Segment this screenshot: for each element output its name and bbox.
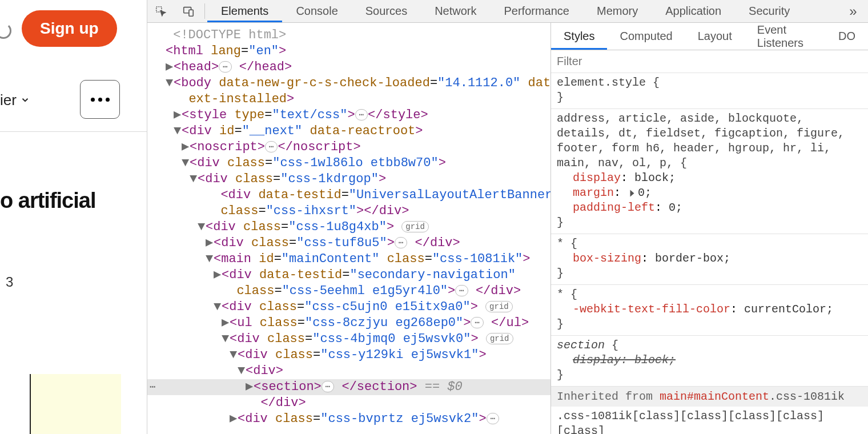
tab-network[interactable]: Network [421,0,490,22]
expand-arrow-icon[interactable]: ▶ [174,107,182,123]
styles-panel: StylesComputedLayoutEvent ListenersDO el… [551,23,868,434]
dom-line[interactable]: class="css-5eehml e1g5yr4l0">⋯ </div> [147,283,550,299]
collapse-arrow-icon[interactable]: ▼ [230,347,238,363]
collapsed-pill[interactable]: grid [401,221,429,232]
expand-arrow-icon[interactable]: ▶ [206,235,214,251]
subtab-computed[interactable]: Computed [607,23,685,50]
tab-security[interactable]: Security [735,0,803,22]
dom-line[interactable]: ▼<div id="__next" data-reactroot> [147,123,550,139]
inherited-from-header: Inherited from main#mainContent.css-1081… [551,387,868,407]
expand-arrow-icon[interactable]: ▶ [214,267,222,283]
expand-arrow-icon[interactable]: ▶ [230,411,238,427]
selected-node-marker: == $0 [417,380,463,394]
dom-line[interactable]: <html lang="en"> [147,43,550,59]
dom-line[interactable]: ▶<div class="css-bvprtz ej5wsvk2">⋯ [147,411,550,427]
dom-line[interactable]: class="css-ihxsrt"></div> [147,203,550,219]
dom-line[interactable]: <div data-testid="UniversalLayoutAlertBa… [147,187,550,203]
collapsed-pill[interactable]: ⋯ [265,141,278,152]
dom-line[interactable]: ▼<div class="css-1u8g4xb"> grid [147,219,550,235]
dropdown-text: ier [0,91,17,109]
css-rule[interactable]: element.style {} [551,73,868,109]
dom-line[interactable]: ▶<head>⋯ </head> [147,59,550,75]
dropdown-fragment[interactable]: ier [0,91,30,109]
expand-arrow-icon[interactable]: ▶ [222,315,230,331]
toggle-device-toolbar-icon[interactable] [175,0,202,22]
signup-button[interactable]: Sign up [22,10,117,47]
chevron-down-icon [20,91,30,109]
dom-line[interactable]: ▶<section>⋯ </section> == $0 [147,379,550,395]
collapse-arrow-icon[interactable]: ▼ [174,123,182,139]
tab-memory[interactable]: Memory [583,0,652,22]
overflow-tabs-icon[interactable]: » [838,0,868,22]
dom-line[interactable]: ▶<style type="text/css">⋯</style> [147,107,550,123]
expand-arrow-icon[interactable]: ▶ [182,139,190,155]
collapse-arrow-icon[interactable]: ▼ [206,251,214,267]
css-rule[interactable]: .css-1081ik[class][class][class][class][… [551,407,868,434]
devtools-top-tabs: ElementsConsoleSourcesNetworkPerformance… [147,0,868,23]
devtools-panel: ElementsConsoleSourcesNetworkPerformance… [147,0,868,434]
collapsed-pill[interactable]: ⋯ [455,285,468,296]
subtab-layout[interactable]: Layout [685,23,745,50]
headline-fragment: o artificial [0,188,96,213]
dom-line[interactable]: ▼<div class="css-1wl86lo etbb8w70"> [147,155,550,171]
collapse-arrow-icon[interactable]: ▼ [214,299,222,315]
collapsed-pill[interactable]: ⋯ [219,61,231,73]
css-rule[interactable]: * {-webkit-text-fill-color: currentColor… [551,285,868,336]
collapsed-pill[interactable]: grid [486,333,513,344]
expand-arrow-icon[interactable]: ▶ [246,379,254,395]
subtab-styles[interactable]: Styles [551,23,607,50]
dom-line[interactable]: <!DOCTYPE html> [147,27,550,43]
collapsed-pill[interactable]: ⋯ [322,381,334,392]
website-preview-strip: Sign up ier o artificial 3 [0,0,147,434]
tab-application[interactable]: Application [652,0,735,22]
collapsed-pill[interactable]: ⋯ [355,109,368,120]
subtab-event-listeners[interactable]: Event Listeners [745,23,826,50]
css-rule[interactable]: * {box-sizing: border-box;} [551,234,868,285]
number-text: 3 [6,274,13,290]
dom-line[interactable]: ▼<div class="css-4bjmq0 ej5wsvk0"> grid [147,331,550,347]
styles-rules[interactable]: element.style {}address, article, aside,… [551,73,868,434]
collapse-arrow-icon[interactable]: ▼ [182,155,190,171]
dom-line[interactable]: ▶<ul class="css-8czjyu eg268ep0">⋯ </ul> [147,315,550,331]
dom-line[interactable]: ▶<div data-testid="secondary-navigation" [147,267,550,283]
dom-line[interactable]: ▼<div class="css-c5ujn0 e15itx9a0"> grid [147,299,550,315]
collapse-arrow-icon[interactable]: ▼ [198,219,206,235]
tab-elements[interactable]: Elements [207,0,282,22]
collapse-arrow-icon[interactable]: ▼ [238,363,246,379]
separator [204,3,205,19]
expand-arrow-icon[interactable]: ▶ [166,59,174,75]
dom-line[interactable]: ▼<div class="css-y129ki ej5wsvk1"> [147,347,550,363]
subtab-do[interactable]: DO [826,23,868,50]
inspect-element-icon[interactable] [147,0,175,22]
collapsed-pill[interactable]: grid [485,301,513,312]
collapse-arrow-icon[interactable]: ▼ [222,331,230,347]
dom-tree[interactable]: <!DOCTYPE html><html lang="en"> ▶<head>⋯… [147,23,551,434]
styles-filter-input[interactable] [557,55,862,68]
collapsed-pill[interactable]: ⋯ [487,413,499,424]
dom-line[interactable]: </div> [147,395,550,411]
dom-line[interactable]: ▼<div class="css-1kdrgop"> [147,171,550,187]
collapse-arrow-icon[interactable]: ▼ [190,171,198,187]
tab-sources[interactable]: Sources [352,0,421,22]
expand-shorthand-icon[interactable] [630,190,634,197]
dom-line[interactable]: ▼<body data-new-gr-c-s-check-loaded="14.… [147,75,550,91]
styles-sub-tabs: StylesComputedLayoutEvent ListenersDO [551,23,868,50]
collapsed-pill[interactable]: ⋯ [471,317,483,328]
divider [0,131,147,132]
collapsed-pill[interactable]: ⋯ [395,237,407,248]
tab-console[interactable]: Console [282,0,351,22]
collapse-arrow-icon[interactable]: ▼ [166,75,174,91]
dom-line[interactable]: ext-installed> [147,91,550,107]
dom-line[interactable]: ▼<main id="mainContent" class="css-1081i… [147,251,550,267]
dom-line[interactable]: ▶<div class="css-tuf8u5">⋯ </div> [147,235,550,251]
styles-filter-row [551,50,868,73]
more-options-button[interactable] [80,80,120,119]
dom-line[interactable]: ▶<noscript>⋯</noscript> [147,139,550,155]
css-rule[interactable]: address, article, aside, blockquote, det… [551,109,868,234]
highlight-block [30,374,121,434]
loading-spinner-icon [0,23,11,39]
dom-line[interactable]: ▼<div> [147,363,550,379]
svg-rect-2 [189,10,193,16]
tab-performance[interactable]: Performance [491,0,584,22]
css-rule[interactable]: section {display: block;} [551,336,868,387]
